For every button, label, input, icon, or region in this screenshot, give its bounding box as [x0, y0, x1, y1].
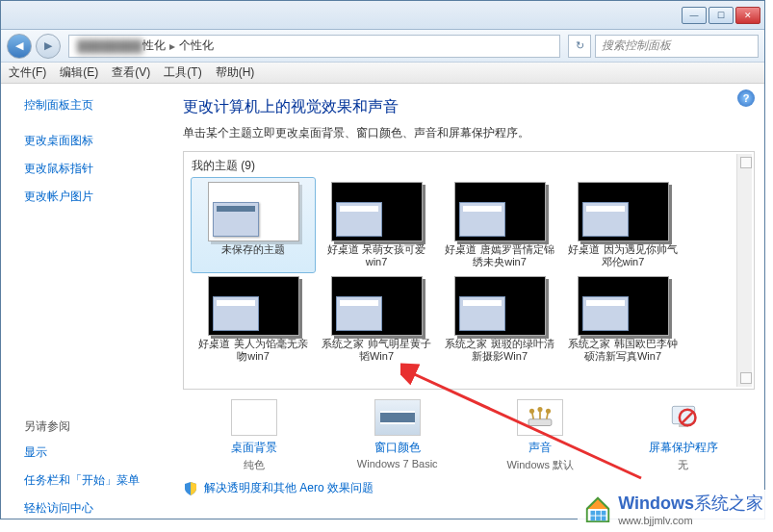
seealso-ease[interactable]: 轻松访问中心: [24, 500, 169, 517]
refresh-button[interactable]: ↻: [568, 35, 591, 58]
screensaver-label: 屏幕保护程序: [621, 440, 746, 456]
theme-item[interactable]: 好桌道 唐嫣罗晋情定锦绣未央win7: [438, 178, 561, 272]
troubleshoot-aero-link[interactable]: 解决透明度和其他 Aero 效果问题: [204, 480, 374, 496]
theme-item[interactable]: 好桌道 呆萌女孩可爱win7: [315, 178, 438, 272]
window-color-label: 窗口颜色: [335, 440, 460, 456]
svg-point-3: [546, 409, 551, 414]
content-area: 控制面板主页 更改桌面图标 更改鼠标指针 更改帐户图片 另请参阅 显示 任务栏和…: [1, 84, 764, 519]
personalization-controls: 桌面背景 纯色 窗口颜色 Windows 7 Basic 声音 Windows …: [183, 399, 755, 472]
window-color-control[interactable]: 窗口颜色 Windows 7 Basic: [335, 399, 460, 472]
menu-view[interactable]: 查看(V): [112, 64, 150, 81]
theme-name: 系统之家 帅气明星黄子韬Win7: [317, 338, 436, 363]
svg-rect-10: [591, 517, 596, 521]
house-icon: [583, 494, 612, 523]
watermark-sub: 系统之家: [694, 494, 763, 513]
theme-name: 好桌道 呆萌女孩可爱win7: [317, 243, 436, 268]
theme-thumb: [578, 182, 669, 241]
theme-thumb: [578, 276, 669, 336]
svg-rect-14: [602, 517, 606, 521]
theme-thumb: [331, 182, 423, 241]
main-panel: ? 更改计算机上的视觉效果和声音 单击某个主题立即更改桌面背景、窗口颜色、声音和…: [169, 84, 764, 519]
svg-rect-12: [596, 517, 601, 521]
theme-thumb: [208, 182, 299, 241]
theme-thumb: [454, 182, 546, 241]
breadcrumb[interactable]: ████████ 性化 ▸ 个性化: [68, 35, 560, 58]
window-color-sub: Windows 7 Basic: [335, 458, 460, 469]
breadcrumb-seg1: 性化: [142, 38, 166, 54]
screensaver-sub: 无: [621, 458, 746, 472]
screensaver-icon: [660, 399, 707, 436]
titlebar: — ☐ ✕: [1, 1, 764, 30]
seealso-display[interactable]: 显示: [24, 444, 169, 461]
seealso-taskbar[interactable]: 任务栏和「开始」菜单: [24, 472, 169, 489]
theme-grid: 未保存的主题好桌道 呆萌女孩可爱win7好桌道 唐嫣罗晋情定锦绣未央win7好桌…: [192, 178, 746, 367]
theme-name: 好桌道 美人为馅毫无亲吻win7: [193, 338, 313, 363]
search-input[interactable]: 搜索控制面板: [595, 35, 759, 58]
desktop-background-control[interactable]: 桌面背景 纯色: [192, 399, 317, 472]
menubar: 文件(F) 编辑(E) 查看(V) 工具(T) 帮助(H): [1, 63, 764, 84]
close-button[interactable]: ✕: [735, 7, 760, 24]
breadcrumb-hidden: ████████: [77, 39, 142, 53]
theme-name: 系统之家 韩国欧巴李钟硕清新写真Win7: [563, 338, 683, 363]
svg-rect-11: [596, 511, 601, 516]
watermark-url: www.bjjmlv.com: [618, 515, 763, 526]
scrollbar[interactable]: [736, 154, 752, 387]
sidebar-item-icons[interactable]: 更改桌面图标: [24, 133, 169, 149]
themes-group: 我的主题 (9) 未保存的主题好桌道 呆萌女孩可爱win7好桌道 唐嫣罗晋情定锦…: [183, 151, 755, 390]
maximize-button[interactable]: ☐: [709, 7, 734, 24]
theme-item[interactable]: 未保存的主题: [192, 178, 315, 272]
sound-icon: [517, 399, 563, 436]
sidebar-home[interactable]: 控制面板主页: [24, 97, 169, 114]
menu-tools[interactable]: 工具(T): [164, 64, 201, 81]
page-title: 更改计算机上的视觉效果和声音: [183, 97, 755, 117]
desktop-background-icon: [231, 399, 277, 436]
screensaver-control[interactable]: 屏幕保护程序 无: [621, 399, 746, 472]
svg-rect-13: [602, 511, 606, 516]
desktop-background-label: 桌面背景: [192, 440, 317, 456]
sound-control[interactable]: 声音 Windows 默认: [477, 399, 603, 472]
theme-thumb: [454, 276, 546, 336]
sidebar-item-account-pic[interactable]: 更改帐户图片: [24, 189, 169, 205]
svg-rect-9: [591, 511, 596, 516]
theme-item[interactable]: 系统之家 帅气明星黄子韬Win7: [315, 272, 438, 367]
menu-edit[interactable]: 编辑(E): [60, 64, 98, 81]
shield-icon: [183, 481, 198, 496]
page-subtitle: 单击某个主题立即更改桌面背景、窗口颜色、声音和屏幕保护程序。: [183, 125, 755, 141]
svg-point-1: [529, 409, 534, 414]
sidebar: 控制面板主页 更改桌面图标 更改鼠标指针 更改帐户图片 另请参阅 显示 任务栏和…: [1, 84, 169, 519]
menu-file[interactable]: 文件(F): [9, 64, 46, 81]
theme-name: 系统之家 斑驳的绿叶清新摄影Win7: [440, 338, 559, 363]
sidebar-item-cursor[interactable]: 更改鼠标指针: [24, 161, 169, 177]
theme-item[interactable]: 系统之家 韩国欧巴李钟硕清新写真Win7: [561, 272, 684, 367]
menu-help[interactable]: 帮助(H): [216, 64, 255, 81]
svg-rect-0: [528, 419, 552, 426]
theme-thumb: [331, 276, 423, 336]
window-color-icon: [374, 399, 421, 436]
theme-item[interactable]: 好桌道 美人为馅毫无亲吻win7: [192, 272, 315, 367]
address-bar: ◀ ▶ ████████ 性化 ▸ 个性化 ↻ 搜索控制面板: [1, 30, 764, 63]
back-button[interactable]: ◀: [7, 34, 32, 59]
search-placeholder: 搜索控制面板: [602, 38, 671, 54]
theme-name: 未保存的主题: [193, 243, 313, 268]
minimize-button[interactable]: —: [682, 7, 707, 24]
theme-item[interactable]: 系统之家 斑驳的绿叶清新摄影Win7: [438, 272, 561, 367]
seealso-heading: 另请参阅: [24, 418, 169, 435]
svg-point-2: [538, 407, 543, 412]
theme-item[interactable]: 好桌道 因为遇见你帅气邓伦win7: [561, 178, 684, 272]
desktop-background-sub: 纯色: [192, 458, 317, 472]
sound-sub: Windows 默认: [477, 458, 603, 472]
control-panel-window: — ☐ ✕ ◀ ▶ ████████ 性化 ▸ 个性化 ↻ 搜索控制面板 文件(…: [0, 0, 765, 519]
group-label: 我的主题 (9): [192, 158, 746, 174]
theme-name: 好桌道 唐嫣罗晋情定锦绣未央win7: [440, 243, 559, 268]
help-icon[interactable]: ?: [737, 89, 755, 107]
watermark: Windows系统之家 www.bjjmlv.com: [578, 490, 769, 528]
theme-thumb: [208, 276, 299, 336]
theme-name: 好桌道 因为遇见你帅气邓伦win7: [563, 243, 683, 268]
sound-label: 声音: [477, 440, 603, 456]
forward-button[interactable]: ▶: [36, 34, 61, 59]
breadcrumb-seg2: 个性化: [179, 38, 214, 54]
watermark-brand: Windows: [618, 494, 694, 513]
